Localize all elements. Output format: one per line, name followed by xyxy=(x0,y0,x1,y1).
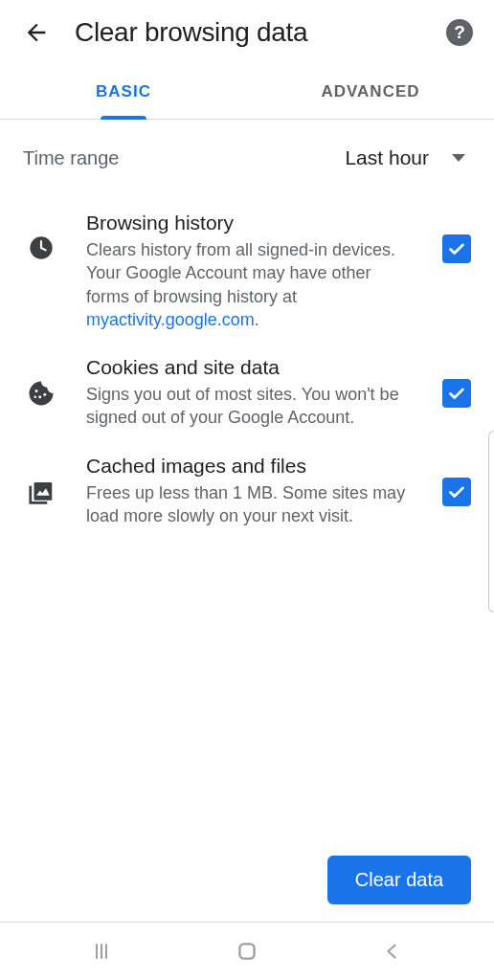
svg-rect-6 xyxy=(239,944,254,958)
clear-data-button[interactable]: Clear data xyxy=(327,856,471,904)
help-icon[interactable]: ? xyxy=(446,19,473,46)
time-range-label: Time range xyxy=(23,147,345,169)
android-back-button[interactable] xyxy=(373,932,412,970)
svg-point-4 xyxy=(34,396,37,399)
option-cache[interactable]: Cached images and files Frees up less th… xyxy=(0,430,494,528)
back-icon[interactable] xyxy=(21,17,52,48)
option-description: Clears history from all signed-in device… xyxy=(86,238,415,331)
chevron-down-icon xyxy=(452,154,465,162)
tab-basic[interactable]: BASIC xyxy=(0,65,247,119)
svg-point-3 xyxy=(43,393,46,396)
option-description: Signs you out of most sites. You won't b… xyxy=(86,383,415,430)
checkbox-browsing-history[interactable] xyxy=(442,234,471,263)
svg-point-1 xyxy=(35,390,38,392)
time-range-value: Last hour xyxy=(345,146,429,169)
option-title: Cached images and files xyxy=(86,455,415,478)
image-icon xyxy=(23,455,59,506)
option-title: Browsing history xyxy=(86,212,415,234)
scroll-indicator[interactable] xyxy=(488,431,494,612)
option-description: Frees up less than 1 MB. Some sites may … xyxy=(86,481,415,528)
option-browsing-history[interactable]: Browsing history Clears history from all… xyxy=(0,187,494,331)
option-title: Cookies and site data xyxy=(86,356,415,379)
android-home-button[interactable] xyxy=(228,932,266,970)
time-range-selector[interactable]: Time range Last hour xyxy=(0,120,494,177)
svg-point-2 xyxy=(38,395,41,398)
checkbox-cache[interactable] xyxy=(442,478,471,506)
clock-icon xyxy=(23,212,59,261)
option-cookies[interactable]: Cookies and site data Signs you out of m… xyxy=(0,331,494,430)
page-title: Clear browsing data xyxy=(75,17,423,48)
myactivity-link[interactable]: myactivity.google.com xyxy=(86,310,255,329)
tab-advanced[interactable]: ADVANCED xyxy=(247,65,494,119)
android-recents-button[interactable] xyxy=(82,932,121,970)
svg-rect-5 xyxy=(34,482,53,501)
cookie-icon xyxy=(23,356,59,408)
checkbox-cookies[interactable] xyxy=(442,379,471,408)
